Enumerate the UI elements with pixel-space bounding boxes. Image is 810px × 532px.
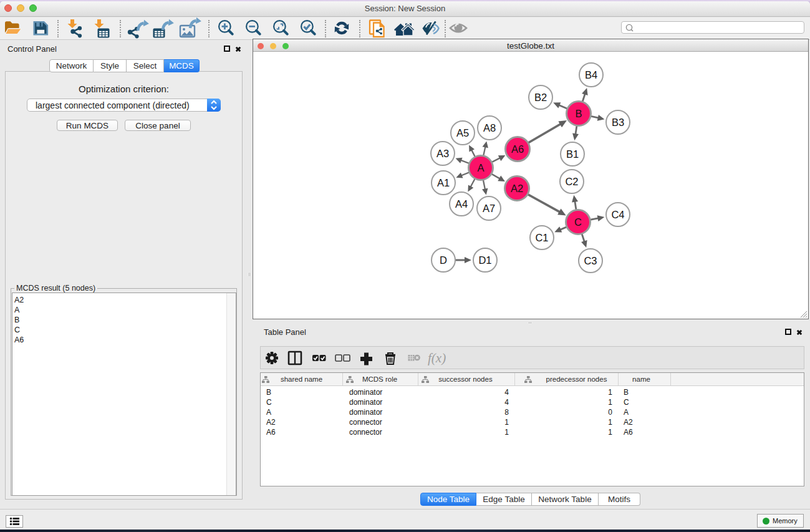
svg-text:C2: C2 [565,176,578,187]
svg-text:B: B [575,108,582,119]
svg-text:A3: A3 [436,148,449,159]
svg-text:B2: B2 [534,92,547,103]
svg-text:B1: B1 [566,148,579,160]
svg-text:A: A [477,162,484,173]
svg-text:C1: C1 [535,232,548,243]
svg-text:A1: A1 [437,177,450,188]
svg-text:A2: A2 [511,183,523,194]
svg-text:C3: C3 [584,255,597,266]
svg-text:A6: A6 [511,143,524,155]
svg-text:D: D [440,254,447,266]
svg-text:A4: A4 [455,198,468,210]
svg-text:f(x): f(x) [428,351,446,365]
svg-text:A7: A7 [483,203,495,214]
svg-text:D1: D1 [478,254,491,266]
svg-text:B4: B4 [585,69,597,80]
svg-text:A8: A8 [483,122,496,133]
svg-text:C4: C4 [611,209,624,220]
svg-text:B3: B3 [612,117,624,128]
svg-text:A5: A5 [456,127,469,138]
svg-text:C: C [574,216,582,228]
